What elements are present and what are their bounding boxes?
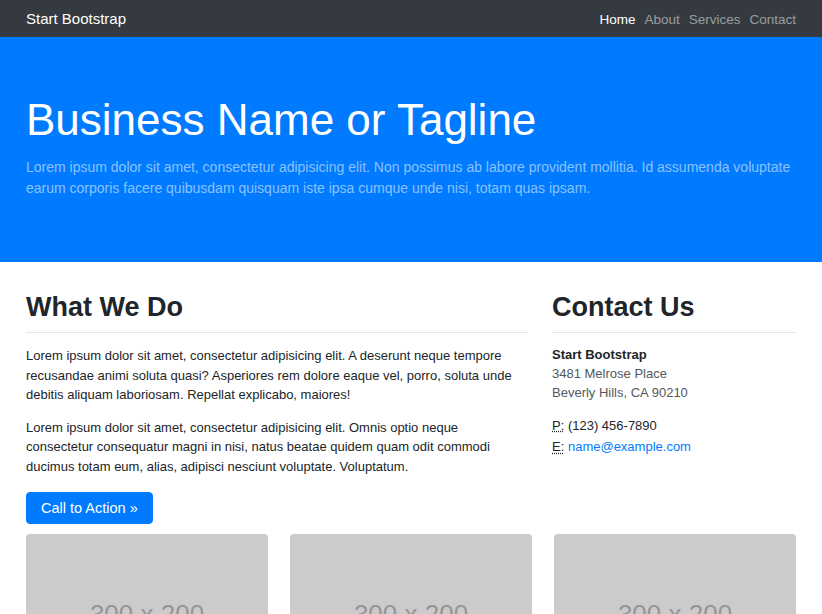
hero-section: Business Name or Tagline Lorem ipsum dol… [0, 37, 822, 262]
nav-links: Home About Services Contact [590, 10, 796, 28]
cards-row: 300 x 200 300 x 200 300 x 200 [26, 534, 796, 614]
card: 300 x 200 [26, 534, 268, 614]
hero-title: Business Name or Tagline [26, 94, 796, 147]
email-abbr: E: [552, 439, 564, 454]
contact-us-heading: Contact Us [552, 292, 796, 323]
phone-abbr: P: [552, 418, 564, 433]
top-navbar: Start Bootstrap Home About Services Cont… [0, 0, 822, 37]
placeholder-image: 300 x 200 [554, 534, 796, 614]
email-line: E: name@example.com [552, 438, 796, 457]
nav-item-services[interactable]: Services [680, 12, 741, 27]
what-we-do-section: What We Do Lorem ipsum dolor sit amet, c… [26, 292, 528, 524]
address-line: Beverly Hills, CA 90210 [552, 384, 796, 403]
card: 300 x 200 [290, 534, 532, 614]
placeholder-image: 300 x 200 [26, 534, 268, 614]
heading-divider [26, 332, 528, 333]
email-link[interactable]: name@example.com [568, 439, 691, 454]
call-to-action-button[interactable]: Call to Action » [26, 492, 153, 524]
phone-number: (123) 456-7890 [564, 418, 657, 433]
contact-us-section: Contact Us Start Bootstrap 3481 Melrose … [552, 292, 796, 460]
placeholder-label: 300 x 200 [618, 599, 732, 614]
brand-link[interactable]: Start Bootstrap [26, 10, 126, 27]
nav-item-about[interactable]: About [635, 12, 679, 27]
heading-divider [552, 332, 796, 333]
company-name: Start Bootstrap [552, 346, 796, 365]
postal-address: Start Bootstrap 3481 Melrose Place Bever… [552, 346, 796, 403]
address-line: 3481 Melrose Place [552, 365, 796, 384]
card: 300 x 200 [554, 534, 796, 614]
what-we-do-paragraph: Lorem ipsum dolor sit amet, consectetur … [26, 418, 528, 477]
placeholder-label: 300 x 200 [90, 599, 204, 614]
what-we-do-paragraph: Lorem ipsum dolor sit amet, consectetur … [26, 346, 528, 405]
phone-line: P: (123) 456-7890 [552, 417, 796, 436]
nav-item-contact[interactable]: Contact [740, 12, 796, 27]
placeholder-label: 300 x 200 [354, 599, 468, 614]
hero-description: Lorem ipsum dolor sit amet, consectetur … [26, 157, 796, 199]
nav-item-home[interactable]: Home [590, 12, 635, 27]
main-content: What We Do Lorem ipsum dolor sit amet, c… [26, 292, 796, 524]
what-we-do-heading: What We Do [26, 292, 528, 323]
placeholder-image: 300 x 200 [290, 534, 532, 614]
